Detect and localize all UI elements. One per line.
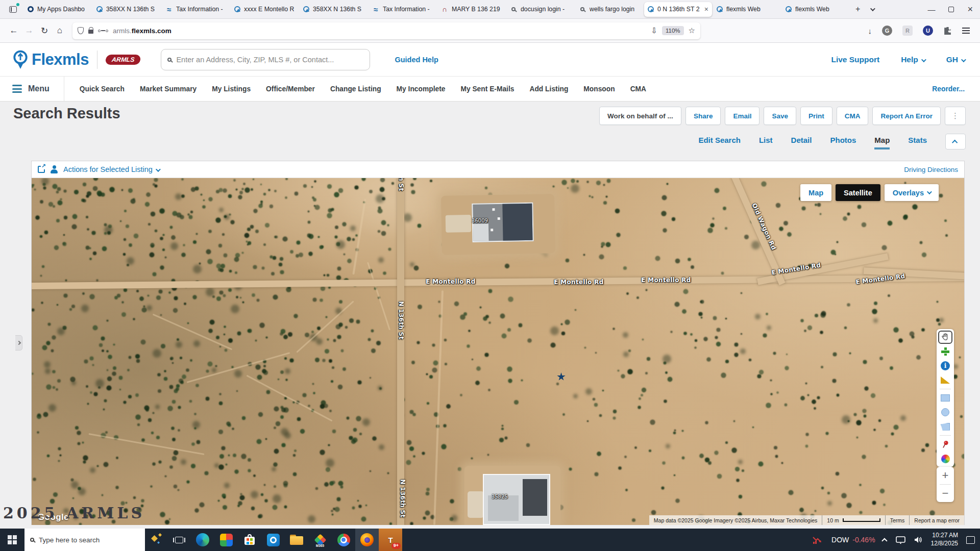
window-maximize-button[interactable]	[948, 7, 954, 12]
tab-list-icon[interactable]	[5, 3, 20, 15]
browser-tab-active[interactable]: 0 N 136th ST 2×	[644, 2, 712, 17]
tray-expand-icon[interactable]	[881, 538, 887, 543]
browser-tab[interactable]: ∩MARY B 136 219	[437, 2, 505, 17]
reload-button[interactable]: ↻	[37, 23, 52, 38]
screen-cast-icon[interactable]	[896, 536, 905, 544]
extension-r-icon[interactable]: R	[902, 26, 913, 36]
permissions-icon[interactable]	[98, 30, 108, 32]
map-view-button[interactable]: Map	[800, 184, 831, 201]
menu-item-my-incomplete[interactable]: My Incomplete	[397, 85, 446, 93]
email-button[interactable]: Email	[725, 107, 760, 125]
lock-icon[interactable]	[88, 30, 93, 34]
tab-map[interactable]: Map	[874, 136, 890, 147]
tab-close-icon[interactable]: ×	[704, 5, 708, 13]
header-search[interactable]	[161, 49, 370, 70]
url-text[interactable]: armls.flexmls.com	[113, 27, 646, 35]
menu-item-market-summary[interactable]: Market Summary	[140, 85, 197, 93]
url-bar[interactable]: armls.flexmls.com ⇩ 110% ☆	[72, 22, 700, 39]
menu-item-add-listing[interactable]: Add Listing	[529, 85, 568, 93]
draw-rectangle-tool[interactable]	[939, 392, 951, 404]
menu-item-quick-search[interactable]: Quick Search	[80, 85, 125, 93]
home-button[interactable]: ⌂	[52, 23, 67, 38]
menu-item-monsoon[interactable]: Monsoon	[583, 85, 615, 93]
actions-for-selected-listing-dropdown[interactable]: Actions for Selected Listing	[63, 165, 159, 173]
report-map-error-link[interactable]: Report a map error	[909, 515, 964, 525]
browser-tab[interactable]: flexmls Web	[713, 2, 781, 17]
window-minimize-button[interactable]: —	[927, 5, 935, 14]
browser-tab[interactable]: flexmls Web	[782, 2, 850, 17]
new-tab-button[interactable]: +	[855, 5, 860, 14]
browser-tab[interactable]: docusign login -	[506, 2, 574, 17]
browser-tab[interactable]: 358XX N 136th S	[300, 2, 368, 17]
edge-icon[interactable]	[191, 529, 214, 551]
window-close-button[interactable]: ×	[967, 4, 973, 15]
cma-button[interactable]: CMA	[837, 107, 869, 125]
tab-detail[interactable]: Detail	[791, 136, 812, 147]
report-error-button[interactable]: Report An Error	[872, 107, 941, 125]
print-button[interactable]: Print	[800, 107, 832, 125]
downloads-icon[interactable]: ↓	[868, 27, 872, 35]
menu-item-cma[interactable]: CMA	[630, 85, 646, 93]
tab-edit-search[interactable]: Edit Search	[698, 136, 741, 147]
outlook-icon[interactable]	[261, 529, 285, 551]
browser-tab[interactable]: ≈Tax Information -	[369, 2, 436, 17]
extensions-puzzle-icon[interactable]	[943, 27, 952, 35]
forward-button[interactable]: →	[21, 23, 37, 38]
draw-circle-tool[interactable]	[939, 407, 951, 418]
zoom-out-button[interactable]: −	[937, 485, 954, 502]
driving-directions-link[interactable]: Driving Directions	[904, 166, 958, 173]
tab-photos[interactable]: Photos	[830, 136, 856, 147]
maps-app-icon[interactable]	[214, 529, 238, 551]
reorder-link[interactable]: Reorder...	[932, 85, 965, 93]
menu-item-my-listings[interactable]: My Listings	[212, 85, 251, 93]
info-tool-icon[interactable]: i	[939, 360, 951, 371]
terms-link[interactable]: Terms	[885, 515, 910, 525]
draw-polygon-tool[interactable]	[939, 421, 951, 432]
live-support-link[interactable]: Live Support	[831, 55, 879, 64]
collapse-panel-button[interactable]	[945, 134, 966, 149]
browser-tab[interactable]: wells fargo login	[575, 2, 643, 17]
copilot-icon[interactable]	[145, 529, 167, 551]
tab-stats[interactable]: Stats	[908, 136, 927, 147]
add-tool-icon[interactable]	[939, 346, 951, 357]
listing-star-marker[interactable]	[557, 372, 566, 381]
menu-button[interactable]: Menu	[28, 84, 50, 93]
help-menu[interactable]: Help	[901, 55, 925, 64]
measure-tool-icon[interactable]	[939, 374, 951, 386]
zoom-level[interactable]: 110%	[662, 26, 684, 35]
google-account-icon[interactable]: G	[882, 26, 892, 36]
browser-tab[interactable]: xxxx E Montello R	[231, 2, 299, 17]
teams-icon[interactable]: T9+	[379, 529, 402, 551]
header-search-input[interactable]	[176, 56, 363, 64]
browser-menu-icon[interactable]	[962, 28, 970, 33]
flexmls-logo-text[interactable]: Flexmls	[32, 51, 89, 69]
m365-icon[interactable]: M365	[308, 529, 332, 551]
guided-help-link[interactable]: Guided Help	[395, 56, 438, 64]
taskbar-search[interactable]: Type here to search	[24, 529, 145, 551]
chrome-icon[interactable]	[332, 529, 355, 551]
volume-icon[interactable]	[914, 536, 923, 544]
browser-tab[interactable]: 358XX N 136th S	[93, 2, 161, 17]
browser-tab[interactable]: My Apps Dashbo	[24, 2, 92, 17]
stock-ticker[interactable]: DOW-0.46%	[831, 536, 875, 544]
task-view-button[interactable]	[167, 529, 191, 551]
satellite-map[interactable]: E Montello Rd E Montello Rd E Montello R…	[32, 178, 964, 525]
more-options-kebab-icon[interactable]: ⋮	[945, 107, 966, 125]
zoom-in-button[interactable]: +	[937, 467, 954, 484]
hamburger-menu-icon[interactable]	[12, 85, 22, 93]
start-button[interactable]	[0, 529, 24, 551]
color-wheel-icon[interactable]	[939, 453, 951, 464]
browser-tab[interactable]: ≈Tax Information -	[162, 2, 230, 17]
pushpin-tool-icon[interactable]	[939, 439, 951, 450]
save-page-icon[interactable]: ⇩	[651, 26, 657, 35]
pan-hand-tool[interactable]	[939, 332, 951, 343]
overlays-dropdown[interactable]: Overlays	[885, 184, 939, 201]
action-center-icon[interactable]	[966, 536, 975, 544]
menu-item-office-member[interactable]: Office/Member	[266, 85, 315, 93]
menu-item-change-listing[interactable]: Change Listing	[330, 85, 381, 93]
menu-item-my-sent-emails[interactable]: My Sent E-Mails	[460, 85, 514, 93]
contact-person-icon[interactable]	[50, 165, 58, 173]
store-icon[interactable]	[238, 529, 261, 551]
shield-icon[interactable]	[78, 27, 84, 34]
taskbar-clock[interactable]: 10:27 AM12/8/2025	[931, 532, 958, 547]
